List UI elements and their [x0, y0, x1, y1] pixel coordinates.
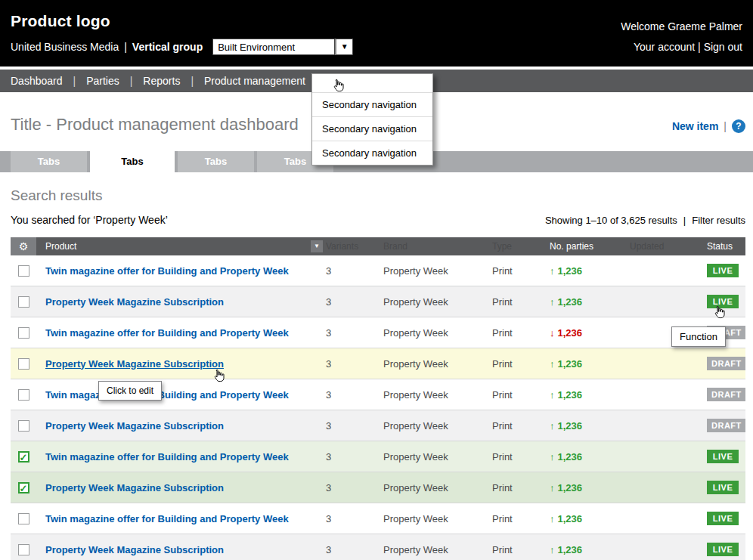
dropdown-arrow-icon[interactable]: ▼ [335, 39, 353, 55]
row-checkbox[interactable] [18, 513, 29, 524]
type-cell: Print [492, 286, 550, 317]
row-checkbox[interactable] [18, 544, 29, 555]
product-link[interactable]: Property Week Magazine Subscription [45, 296, 224, 308]
parties-value: 1,236 [558, 389, 583, 401]
trend-arrow-icon: ↑ [550, 513, 555, 524]
new-item-link[interactable]: New item [672, 120, 718, 132]
trend-arrow-icon: ↑ [550, 296, 555, 308]
row-checkbox[interactable]: ✓ [18, 482, 29, 493]
trend-arrow-icon: ↑ [550, 358, 555, 370]
gear-icon[interactable]: ⚙ [19, 240, 29, 252]
nav-item-reports[interactable]: Reports [143, 75, 180, 87]
trend-arrow-icon: ↑ [550, 451, 555, 463]
sort-arrow-icon[interactable]: ▼ [311, 240, 323, 252]
brand-cell: Property Week [383, 441, 492, 472]
status-badge[interactable]: DRAFT [707, 388, 745, 401]
row-checkbox[interactable] [18, 296, 29, 308]
parties-value: 1,236 [558, 544, 583, 555]
parties-value: 1,236 [558, 327, 583, 339]
tab-1[interactable]: Tabs [11, 151, 87, 172]
search-results-section: Search results You searched for ‘Propert… [0, 187, 753, 560]
welcome-text: Welcome Graeme Palmer [621, 17, 742, 37]
variants-cell: 3 [326, 317, 383, 348]
secondary-nav-item-1[interactable]: Secondary navigation [312, 92, 432, 116]
table-row[interactable]: Twin magazine offer for Building and Pro… [11, 503, 745, 534]
secondary-nav-dropdown: Secondary navigation Secondary navigatio… [311, 73, 433, 166]
column-status: Status [702, 237, 745, 255]
trend-arrow-icon: ↑ [550, 265, 555, 277]
status-badge[interactable]: DRAFT [707, 419, 745, 432]
row-checkbox[interactable]: ✓ [18, 451, 29, 463]
table-row[interactable]: ✓ Property Week Magazine Subscription 3 … [11, 472, 745, 503]
status-badge[interactable]: LIVE [707, 264, 739, 277]
product-link[interactable]: Twin magazine offer for Building and Pro… [45, 389, 289, 401]
trend-arrow-icon: ↑ [550, 482, 555, 493]
type-cell: Print [492, 348, 550, 379]
type-cell: Print [492, 255, 550, 286]
status-badge[interactable]: LIVE [707, 295, 739, 308]
secondary-nav-item-3[interactable]: Secondary navigation [312, 141, 432, 165]
table-row[interactable]: Twin magazine offer for Building and Pro… [11, 255, 745, 286]
parties-value: 1,236 [558, 358, 583, 370]
table-row[interactable]: Property Week Magazine Subscription 3 Pr… [11, 534, 745, 560]
status-badge[interactable]: DRAFT [707, 357, 745, 370]
variants-cell: 3 [326, 410, 383, 441]
nav-item-parties[interactable]: Parties [86, 75, 119, 87]
variants-cell: 3 [326, 255, 383, 286]
updated-cell [630, 472, 702, 503]
table-row[interactable]: Property Week Magazine Subscription 3 Pr… [11, 286, 745, 317]
tab-3[interactable]: Tabs [178, 151, 254, 172]
vertical-group-select[interactable]: Built Environment ▼ [212, 39, 353, 55]
company-name: United Business Media [11, 41, 119, 53]
status-badge[interactable]: LIVE [707, 450, 739, 463]
trend-arrow-icon: ↑ [550, 420, 555, 432]
status-badge[interactable]: LIVE [707, 543, 739, 556]
account-divider: | [698, 41, 701, 53]
variants-cell: 3 [326, 503, 383, 534]
vertical-group-value[interactable]: Built Environment [212, 39, 335, 55]
vertical-group-label: Vertical group [132, 41, 203, 53]
parties-value: 1,236 [558, 265, 583, 277]
product-link[interactable]: Property Week Magazine Subscription [45, 358, 224, 370]
table-row[interactable]: Property Week Magazine Subscription 3 Pr… [11, 348, 745, 379]
status-badge[interactable]: LIVE [707, 481, 739, 494]
table-row[interactable]: Twin magazine offer for Building and Pro… [11, 317, 745, 348]
product-link[interactable]: Property Week Magazine Subscription [45, 420, 224, 432]
row-checkbox[interactable] [18, 420, 29, 432]
product-link[interactable]: Twin magazine offer for Building and Pro… [45, 513, 289, 524]
row-checkbox[interactable] [18, 265, 29, 277]
table-header: ⚙ Product ▼ Variants Brand Type No. part… [11, 237, 745, 255]
secondary-nav-item-2[interactable]: Secondary navigation [312, 116, 432, 141]
product-link[interactable]: Twin magazine offer for Building and Pro… [45, 265, 289, 277]
column-variants: Variants [326, 237, 383, 255]
trend-arrow-icon: ↑ [550, 389, 555, 401]
type-cell: Print [492, 472, 550, 503]
product-link[interactable]: Property Week Magazine Subscription [45, 482, 224, 493]
sign-out-link[interactable]: Sign out [704, 41, 742, 53]
table-row[interactable]: Property Week Magazine Subscription 3 Pr… [11, 410, 745, 441]
variants-cell: 3 [326, 441, 383, 472]
column-updated: Updated [630, 237, 702, 255]
status-badge[interactable]: LIVE [707, 512, 739, 525]
brand-cell: Property Week [383, 534, 492, 560]
product-link[interactable]: Twin magazine offer for Building and Pro… [45, 327, 289, 339]
row-checkbox[interactable] [18, 327, 29, 339]
filter-results-link[interactable]: Filter results [692, 215, 745, 226]
your-account-link[interactable]: Your account [634, 41, 695, 53]
variants-cell: 3 [326, 379, 383, 410]
variants-cell: 3 [326, 472, 383, 503]
table-body: Twin magazine offer for Building and Pro… [11, 255, 745, 560]
parties-value: 1,236 [558, 482, 583, 493]
table-row[interactable]: ✓ Twin magazine offer for Building and P… [11, 441, 745, 472]
row-checkbox[interactable] [18, 389, 29, 401]
type-cell: Print [492, 534, 550, 560]
type-cell: Print [492, 317, 550, 348]
row-checkbox[interactable] [18, 358, 29, 370]
product-link[interactable]: Property Week Magazine Subscription [45, 544, 224, 555]
help-icon[interactable]: ? [732, 119, 745, 133]
click-to-edit-tooltip: Click to edit [98, 381, 162, 401]
nav-item-dashboard[interactable]: Dashboard [11, 75, 63, 87]
updated-cell [630, 503, 702, 534]
product-link[interactable]: Twin magazine offer for Building and Pro… [45, 451, 289, 463]
nav-item-product-management[interactable]: Product management [204, 75, 305, 87]
